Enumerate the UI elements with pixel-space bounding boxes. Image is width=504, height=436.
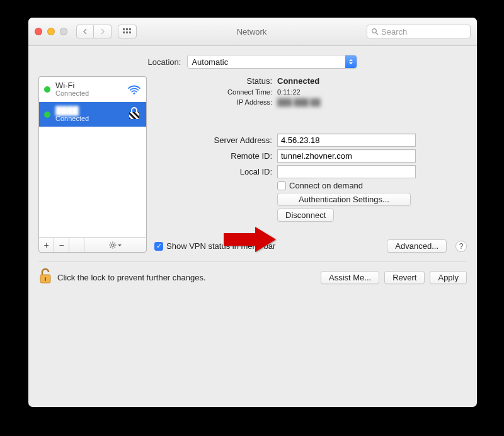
sidebar-item-vpn[interactable]: ████ Connected [39, 102, 146, 127]
titlebar: Network Search [28, 18, 477, 46]
add-service-button[interactable]: + [39, 238, 54, 252]
connect-on-demand-checkbox[interactable] [277, 181, 286, 190]
remote-id-label: Remote ID: [154, 151, 277, 161]
location-label: Location: [148, 57, 181, 67]
lock-icon[interactable] [38, 268, 52, 287]
status-label: Status: [154, 76, 277, 86]
sidebar-spacer [69, 238, 84, 252]
svg-rect-5 [129, 32, 131, 33]
search-placeholder: Search [381, 27, 407, 37]
svg-point-8 [134, 92, 135, 94]
location-dropdown[interactable]: Automatic [187, 55, 357, 69]
svg-rect-4 [126, 32, 128, 33]
sidebar-item-sub: Connected [55, 90, 122, 98]
lock-icon [127, 107, 141, 122]
sidebar-toolbar: + − [38, 238, 147, 253]
local-id-row: Local ID: [154, 165, 467, 178]
ip-row: IP Address: ███ ███ ██ [154, 98, 467, 106]
local-id-input[interactable] [277, 165, 416, 178]
authentication-settings-button[interactable]: Authentication Settings... [277, 193, 411, 206]
svg-line-7 [376, 33, 378, 35]
svg-rect-2 [129, 28, 131, 30]
revert-button[interactable]: Revert [384, 271, 425, 284]
svg-line-19 [115, 243, 115, 243]
remove-service-button[interactable]: − [54, 238, 69, 252]
service-sidebar: Wi-Fi Connected ████ [38, 76, 147, 253]
show-vpn-status-label: Show VPN status in menu bar [166, 241, 275, 251]
apply-button[interactable]: Apply [430, 271, 467, 284]
svg-point-12 [112, 244, 114, 246]
service-options-button[interactable] [84, 238, 146, 252]
status-dot-icon [44, 86, 50, 93]
connect-time-label: Connect Time: [154, 88, 277, 96]
show-vpn-status-checkbox[interactable]: ✓ [154, 242, 163, 251]
nav-back-forward [76, 25, 112, 38]
minimize-window-button[interactable] [47, 28, 55, 35]
location-row: Location: Automatic [38, 55, 467, 69]
preferences-window: Network Search Location: Automatic [28, 18, 477, 407]
sidebar-item-text: ████ Connected [55, 106, 122, 122]
server-address-input[interactable] [277, 134, 416, 147]
sidebar-item-name: ████ [55, 106, 122, 115]
ip-label: IP Address: [154, 98, 277, 106]
gear-icon [109, 241, 117, 249]
svg-rect-9 [129, 112, 139, 119]
help-button[interactable]: ? [455, 241, 467, 252]
svg-line-17 [110, 243, 111, 243]
search-field[interactable]: Search [367, 25, 471, 38]
server-address-label: Server Address: [154, 135, 277, 145]
svg-rect-0 [123, 28, 125, 30]
svg-rect-22 [45, 277, 46, 281]
main-content: Wi-Fi Connected ████ [38, 76, 467, 253]
auth-settings-row: Authentication Settings... [154, 193, 467, 206]
back-button[interactable] [76, 25, 94, 38]
location-value: Automatic [192, 57, 228, 67]
grid-icon [123, 28, 132, 35]
status-value: Connected [277, 76, 467, 86]
zoom-window-button[interactable] [60, 28, 67, 35]
sidebar-item-name: Wi-Fi [55, 81, 122, 90]
status-row: Status: Connected [154, 76, 467, 86]
sidebar-item-wifi[interactable]: Wi-Fi Connected [39, 77, 146, 102]
close-window-button[interactable] [35, 28, 42, 35]
lock-text: Click the lock to prevent further change… [57, 273, 316, 282]
chevron-right-icon [100, 28, 105, 35]
connect-on-demand-label: Connect on demand [289, 181, 363, 190]
window-body: Location: Automatic Wi-Fi Connected [28, 46, 477, 293]
search-icon [371, 28, 379, 35]
svg-point-6 [372, 29, 377, 33]
remote-id-row: Remote ID: [154, 149, 467, 163]
server-address-row: Server Address: [154, 134, 467, 147]
connect-time-value: 0:11:22 [277, 88, 467, 96]
service-detail: Status: Connected Connect Time: 0:11:22 … [154, 76, 467, 253]
dropdown-stepper-icon [345, 55, 357, 68]
window-title: Network [143, 27, 360, 37]
chevron-left-icon [83, 28, 88, 35]
local-id-label: Local ID: [154, 167, 277, 176]
footer: Click the lock to prevent further change… [38, 261, 467, 287]
service-list: Wi-Fi Connected ████ [38, 76, 147, 238]
assist-me-button[interactable]: Assist Me... [321, 271, 379, 284]
svg-line-18 [115, 247, 115, 248]
ip-value: ███ ███ ██ [277, 98, 467, 106]
svg-rect-3 [123, 32, 125, 33]
remote-id-input[interactable] [277, 149, 416, 163]
advanced-button[interactable]: Advanced... [387, 239, 447, 253]
window-controls [35, 28, 67, 35]
disconnect-button[interactable]: Disconnect [277, 209, 334, 222]
forward-button[interactable] [94, 25, 112, 38]
svg-line-20 [110, 247, 111, 248]
sidebar-item-sub: Connected [55, 115, 122, 123]
svg-rect-1 [126, 28, 128, 30]
connect-on-demand-row: Connect on demand [154, 181, 467, 190]
sidebar-item-text: Wi-Fi Connected [55, 81, 122, 97]
disconnect-row: Disconnect [154, 209, 467, 222]
wifi-icon [127, 84, 141, 95]
show-all-button[interactable] [118, 25, 137, 38]
connect-time-row: Connect Time: 0:11:22 [154, 88, 467, 96]
status-dot-icon [44, 112, 50, 118]
bottom-options-row: ✓ Show VPN status in menu bar Advanced..… [154, 239, 467, 253]
